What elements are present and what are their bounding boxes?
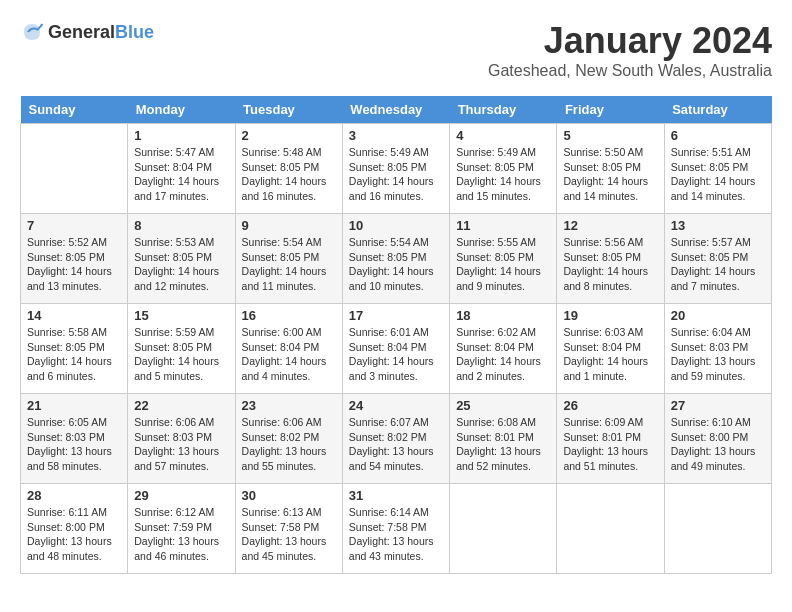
day-info: Sunrise: 6:02 AM Sunset: 8:04 PM Dayligh… <box>456 325 550 384</box>
day-info: Sunrise: 5:52 AM Sunset: 8:05 PM Dayligh… <box>27 235 121 294</box>
day-number: 1 <box>134 128 228 143</box>
day-info: Sunrise: 6:06 AM Sunset: 8:02 PM Dayligh… <box>242 415 336 474</box>
calendar-cell: 15Sunrise: 5:59 AM Sunset: 8:05 PM Dayli… <box>128 304 235 394</box>
calendar-cell: 11Sunrise: 5:55 AM Sunset: 8:05 PM Dayli… <box>450 214 557 304</box>
calendar-cell: 26Sunrise: 6:09 AM Sunset: 8:01 PM Dayli… <box>557 394 664 484</box>
day-info: Sunrise: 5:53 AM Sunset: 8:05 PM Dayligh… <box>134 235 228 294</box>
day-number: 28 <box>27 488 121 503</box>
day-info: Sunrise: 6:12 AM Sunset: 7:59 PM Dayligh… <box>134 505 228 564</box>
day-number: 12 <box>563 218 657 233</box>
header-thursday: Thursday <box>450 96 557 124</box>
calendar-cell: 31Sunrise: 6:14 AM Sunset: 7:58 PM Dayli… <box>342 484 449 574</box>
calendar-cell: 9Sunrise: 5:54 AM Sunset: 8:05 PM Daylig… <box>235 214 342 304</box>
day-info: Sunrise: 6:03 AM Sunset: 8:04 PM Dayligh… <box>563 325 657 384</box>
calendar-cell <box>450 484 557 574</box>
day-number: 23 <box>242 398 336 413</box>
day-info: Sunrise: 6:01 AM Sunset: 8:04 PM Dayligh… <box>349 325 443 384</box>
header-wednesday: Wednesday <box>342 96 449 124</box>
day-info: Sunrise: 6:13 AM Sunset: 7:58 PM Dayligh… <box>242 505 336 564</box>
header-monday: Monday <box>128 96 235 124</box>
day-info: Sunrise: 5:59 AM Sunset: 8:05 PM Dayligh… <box>134 325 228 384</box>
day-number: 27 <box>671 398 765 413</box>
day-number: 19 <box>563 308 657 323</box>
calendar-cell: 2Sunrise: 5:48 AM Sunset: 8:05 PM Daylig… <box>235 124 342 214</box>
title-section: January 2024 Gateshead, New South Wales,… <box>488 20 772 80</box>
week-row-3: 14Sunrise: 5:58 AM Sunset: 8:05 PM Dayli… <box>21 304 772 394</box>
day-number: 30 <box>242 488 336 503</box>
day-number: 13 <box>671 218 765 233</box>
day-number: 31 <box>349 488 443 503</box>
header-row: SundayMondayTuesdayWednesdayThursdayFrid… <box>21 96 772 124</box>
week-row-5: 28Sunrise: 6:11 AM Sunset: 8:00 PM Dayli… <box>21 484 772 574</box>
day-number: 20 <box>671 308 765 323</box>
calendar-body: 1Sunrise: 5:47 AM Sunset: 8:04 PM Daylig… <box>21 124 772 574</box>
calendar-cell: 12Sunrise: 5:56 AM Sunset: 8:05 PM Dayli… <box>557 214 664 304</box>
calendar-cell: 4Sunrise: 5:49 AM Sunset: 8:05 PM Daylig… <box>450 124 557 214</box>
week-row-1: 1Sunrise: 5:47 AM Sunset: 8:04 PM Daylig… <box>21 124 772 214</box>
day-number: 11 <box>456 218 550 233</box>
day-info: Sunrise: 5:54 AM Sunset: 8:05 PM Dayligh… <box>242 235 336 294</box>
day-number: 2 <box>242 128 336 143</box>
calendar-cell: 3Sunrise: 5:49 AM Sunset: 8:05 PM Daylig… <box>342 124 449 214</box>
day-info: Sunrise: 5:57 AM Sunset: 8:05 PM Dayligh… <box>671 235 765 294</box>
day-number: 8 <box>134 218 228 233</box>
day-number: 16 <box>242 308 336 323</box>
day-number: 3 <box>349 128 443 143</box>
calendar-header: SundayMondayTuesdayWednesdayThursdayFrid… <box>21 96 772 124</box>
day-number: 5 <box>563 128 657 143</box>
logo-icon <box>20 20 44 44</box>
day-number: 17 <box>349 308 443 323</box>
day-info: Sunrise: 5:56 AM Sunset: 8:05 PM Dayligh… <box>563 235 657 294</box>
day-info: Sunrise: 6:11 AM Sunset: 8:00 PM Dayligh… <box>27 505 121 564</box>
calendar-cell: 16Sunrise: 6:00 AM Sunset: 8:04 PM Dayli… <box>235 304 342 394</box>
day-info: Sunrise: 6:07 AM Sunset: 8:02 PM Dayligh… <box>349 415 443 474</box>
header-friday: Friday <box>557 96 664 124</box>
calendar-cell: 21Sunrise: 6:05 AM Sunset: 8:03 PM Dayli… <box>21 394 128 484</box>
day-info: Sunrise: 6:05 AM Sunset: 8:03 PM Dayligh… <box>27 415 121 474</box>
week-row-4: 21Sunrise: 6:05 AM Sunset: 8:03 PM Dayli… <box>21 394 772 484</box>
day-number: 7 <box>27 218 121 233</box>
day-info: Sunrise: 5:47 AM Sunset: 8:04 PM Dayligh… <box>134 145 228 204</box>
day-number: 24 <box>349 398 443 413</box>
calendar-cell: 5Sunrise: 5:50 AM Sunset: 8:05 PM Daylig… <box>557 124 664 214</box>
calendar-cell: 27Sunrise: 6:10 AM Sunset: 8:00 PM Dayli… <box>664 394 771 484</box>
day-number: 10 <box>349 218 443 233</box>
day-info: Sunrise: 5:49 AM Sunset: 8:05 PM Dayligh… <box>456 145 550 204</box>
day-number: 4 <box>456 128 550 143</box>
day-number: 6 <box>671 128 765 143</box>
calendar-cell <box>557 484 664 574</box>
header-saturday: Saturday <box>664 96 771 124</box>
calendar-cell: 14Sunrise: 5:58 AM Sunset: 8:05 PM Dayli… <box>21 304 128 394</box>
day-info: Sunrise: 6:10 AM Sunset: 8:00 PM Dayligh… <box>671 415 765 474</box>
day-info: Sunrise: 6:09 AM Sunset: 8:01 PM Dayligh… <box>563 415 657 474</box>
calendar-cell: 1Sunrise: 5:47 AM Sunset: 8:04 PM Daylig… <box>128 124 235 214</box>
day-info: Sunrise: 6:14 AM Sunset: 7:58 PM Dayligh… <box>349 505 443 564</box>
calendar-cell: 6Sunrise: 5:51 AM Sunset: 8:05 PM Daylig… <box>664 124 771 214</box>
day-info: Sunrise: 5:50 AM Sunset: 8:05 PM Dayligh… <box>563 145 657 204</box>
day-number: 22 <box>134 398 228 413</box>
calendar-cell: 7Sunrise: 5:52 AM Sunset: 8:05 PM Daylig… <box>21 214 128 304</box>
calendar-cell: 24Sunrise: 6:07 AM Sunset: 8:02 PM Dayli… <box>342 394 449 484</box>
calendar-cell: 29Sunrise: 6:12 AM Sunset: 7:59 PM Dayli… <box>128 484 235 574</box>
calendar-cell: 13Sunrise: 5:57 AM Sunset: 8:05 PM Dayli… <box>664 214 771 304</box>
day-info: Sunrise: 6:08 AM Sunset: 8:01 PM Dayligh… <box>456 415 550 474</box>
day-number: 18 <box>456 308 550 323</box>
day-info: Sunrise: 5:58 AM Sunset: 8:05 PM Dayligh… <box>27 325 121 384</box>
logo: General Blue <box>20 20 154 44</box>
calendar-cell: 30Sunrise: 6:13 AM Sunset: 7:58 PM Dayli… <box>235 484 342 574</box>
day-info: Sunrise: 5:51 AM Sunset: 8:05 PM Dayligh… <box>671 145 765 204</box>
day-info: Sunrise: 5:54 AM Sunset: 8:05 PM Dayligh… <box>349 235 443 294</box>
calendar-cell: 8Sunrise: 5:53 AM Sunset: 8:05 PM Daylig… <box>128 214 235 304</box>
calendar-cell: 10Sunrise: 5:54 AM Sunset: 8:05 PM Dayli… <box>342 214 449 304</box>
header-sunday: Sunday <box>21 96 128 124</box>
location-subtitle: Gateshead, New South Wales, Australia <box>488 62 772 80</box>
day-number: 25 <box>456 398 550 413</box>
day-info: Sunrise: 6:00 AM Sunset: 8:04 PM Dayligh… <box>242 325 336 384</box>
calendar-cell <box>664 484 771 574</box>
day-number: 15 <box>134 308 228 323</box>
calendar-cell: 19Sunrise: 6:03 AM Sunset: 8:04 PM Dayli… <box>557 304 664 394</box>
month-title: January 2024 <box>488 20 772 62</box>
day-info: Sunrise: 5:55 AM Sunset: 8:05 PM Dayligh… <box>456 235 550 294</box>
day-info: Sunrise: 5:48 AM Sunset: 8:05 PM Dayligh… <box>242 145 336 204</box>
calendar-table: SundayMondayTuesdayWednesdayThursdayFrid… <box>20 96 772 574</box>
